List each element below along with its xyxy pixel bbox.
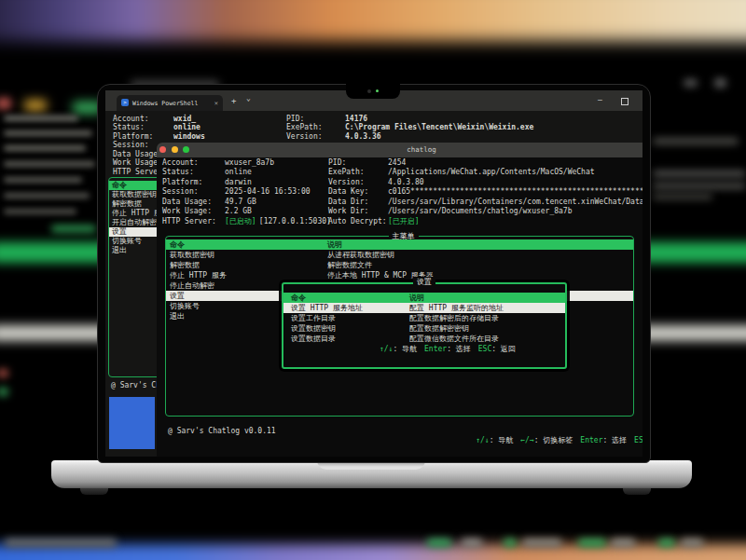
close-tab-icon[interactable]: ✕ bbox=[214, 100, 218, 107]
tab-title: Windows PowerShell bbox=[132, 100, 198, 107]
popup-header: 命令 说明 bbox=[283, 293, 565, 303]
popup-item-selected[interactable]: 设置 HTTP 服务地址 配置 HTTP 服务监听的地址 bbox=[283, 303, 565, 313]
popup-item-cmd: 设置 HTTP 服务地址 bbox=[291, 303, 363, 313]
info-value: 2025-04-16 16:53:00 bbox=[225, 187, 311, 197]
chatlog-titlebar[interactable]: chatlog bbox=[157, 143, 642, 157]
camera-indicator-light bbox=[376, 89, 379, 92]
blurred-small-red bbox=[0, 369, 8, 377]
blurred-text-row bbox=[4, 130, 92, 136]
blurred-status-text bbox=[5, 539, 117, 547]
menu-item-label: 切换账号 bbox=[112, 237, 142, 246]
blurred-hint-blob bbox=[611, 539, 635, 547]
header-cmd: 命令 bbox=[170, 239, 185, 250]
blurred-hint-blob bbox=[522, 539, 561, 547]
popup-item[interactable]: 设置工作目录 配置数据解密后的存储目录 bbox=[283, 313, 565, 323]
new-tab-button[interactable]: + bbox=[231, 96, 236, 105]
menu-item-cmd: 设置 bbox=[170, 291, 185, 301]
ps-info-value: 4.0.3.36 bbox=[345, 132, 381, 142]
blurred-hint-blob bbox=[427, 539, 451, 547]
laptop-notch bbox=[346, 84, 400, 99]
info-label: Data Dir: bbox=[328, 198, 368, 207]
menu-item-desc: 解密数据文件 bbox=[327, 260, 372, 270]
popup-item-desc: 配置数据解密后的存储目录 bbox=[409, 313, 499, 323]
tab-dropdown-button[interactable]: ⌄ bbox=[246, 94, 251, 103]
menu-item-cmd: 获取数据密钥 bbox=[170, 250, 214, 260]
main-menu-header: 命令 说明 bbox=[166, 239, 633, 250]
info-label: Data Usage: bbox=[162, 198, 212, 207]
ps-info-label: Session: bbox=[113, 141, 149, 150]
menu-item[interactable]: 获取数据密钥 从进程获取数据密钥 bbox=[166, 250, 633, 260]
hint-key: ESC bbox=[634, 436, 642, 444]
header-cmd: 命令 bbox=[291, 293, 306, 303]
blurred-hint-blob bbox=[578, 539, 606, 547]
hint-key: Enter bbox=[424, 345, 447, 353]
menu-item[interactable]: 停止 HTTP 服务 停止本地 HTTP & MCP 服务器 bbox=[166, 270, 633, 280]
info-label: Platform: bbox=[162, 178, 202, 187]
ps-info-label: Work Usage: bbox=[113, 158, 162, 168]
blurred-small-green bbox=[0, 388, 8, 396]
info-label: PID: bbox=[328, 158, 346, 168]
info-value: /Applications/WeChat.app/Contents/MacOS/… bbox=[388, 168, 595, 177]
hint-key: Enter bbox=[580, 436, 602, 444]
blurred-text-row bbox=[4, 209, 76, 214]
popup-item-desc: 配置 HTTP 服务监听的地址 bbox=[409, 303, 504, 313]
menu-item-desc: 从进程获取数据密钥 bbox=[327, 250, 394, 260]
menu-item-label: 设置 bbox=[112, 227, 127, 237]
maximize-button[interactable] bbox=[621, 98, 629, 105]
blurred-text-row bbox=[653, 138, 739, 144]
info-label: Auto Decrypt: bbox=[328, 217, 387, 226]
hint-key: ←/→ bbox=[520, 436, 533, 444]
info-value: 49.7 GB bbox=[225, 198, 256, 207]
blurred-green-text bbox=[51, 225, 96, 232]
info-value: /Users/sarv/Library/Containers/com.tence… bbox=[388, 198, 642, 207]
tab-windows-powershell[interactable]: > Windows PowerShell ✕ bbox=[117, 95, 223, 111]
blurred-traffic-red bbox=[0, 98, 11, 109]
desktop-scene: > Windows PowerShell ✕ + ⌄ — Account: wx… bbox=[0, 0, 746, 560]
popup-item[interactable]: 设置数据密钥 配置数据解密密钥 bbox=[283, 323, 565, 334]
settings-popup: 设置 命令 说明 设置 HTTP 服务地址 配置 HTTP 服务监听的地址 设置… bbox=[282, 282, 567, 369]
info-value: 4.0.3.80 bbox=[388, 178, 424, 187]
menu-item[interactable]: 解密数据 解密数据文件 bbox=[166, 260, 633, 270]
ps-info-label: Version: bbox=[286, 132, 323, 142]
blurred-hint-blob bbox=[462, 539, 482, 547]
menu-item-cmd: 停止 HTTP 服务 bbox=[170, 270, 227, 280]
hint-label: : 选择 bbox=[447, 345, 471, 353]
info-label: Session: bbox=[162, 187, 199, 197]
app-version-text: @ Sarv's Chatlog v0.0.11 bbox=[168, 427, 276, 436]
hint-label: : 切换标签 bbox=[534, 436, 573, 444]
screen-content: > Windows PowerShell ✕ + ⌄ — Account: wx… bbox=[105, 90, 642, 457]
info-value: /Users/sarv/Documents/chatlog/wxuser_8a7… bbox=[388, 207, 572, 216]
info-status: [已启动] bbox=[225, 217, 256, 226]
ps-info-label: Status: bbox=[113, 123, 145, 132]
blurred-maximize-blob bbox=[714, 78, 726, 88]
info-value: wxuser_8a7b bbox=[225, 158, 274, 168]
chatlog-window: chatlog Account: wxuser_8a7b Status: onl… bbox=[157, 143, 642, 457]
popup-item-cmd: 设置数据密钥 bbox=[291, 323, 336, 334]
info-label: Work Dir: bbox=[328, 207, 368, 216]
minimize-button[interactable]: — bbox=[598, 96, 602, 105]
menu-item-cmd: 解密数据 bbox=[170, 260, 200, 270]
menu-item-label: 退出 bbox=[112, 246, 127, 255]
camera-icon bbox=[367, 89, 371, 93]
ps-info-value: windows bbox=[173, 132, 205, 142]
popup-title: 设置 bbox=[413, 277, 435, 287]
popup-hint-bar: ↑/↓: 导航Enter: 选择ESC: 返回 bbox=[283, 335, 565, 363]
blurred-minimize-blob bbox=[684, 79, 698, 87]
info-value: c0165***********************************… bbox=[388, 187, 642, 197]
blurred-hint-blob bbox=[681, 539, 703, 547]
menu-item-cmd: 停止自动解密 bbox=[170, 280, 214, 291]
menu-item-label: 开启自动解密 bbox=[112, 218, 157, 227]
blurred-text-row bbox=[4, 161, 95, 167]
info-value: 2454 bbox=[388, 158, 406, 168]
hint-label: : 导航 bbox=[393, 345, 417, 353]
blurred-traffic-yellow bbox=[24, 100, 47, 111]
blurred-text-row bbox=[653, 183, 746, 189]
info-label: HTTP Server: bbox=[162, 217, 216, 226]
hint-label: : 返回 bbox=[491, 345, 516, 353]
status-hint-bar: ↑/↓: 导航←/→: 切换标签Enter: 选择ESC: 返回 bbox=[431, 427, 642, 455]
info-label: Data Key: bbox=[328, 187, 368, 197]
hint-key: ↑/↓ bbox=[380, 345, 393, 353]
menu-item-label: 获取数据密钥 bbox=[112, 190, 157, 199]
menu-item-cmd: 退出 bbox=[170, 311, 185, 321]
laptop-screen: > Windows PowerShell ✕ + ⌄ — Account: wx… bbox=[97, 84, 651, 463]
